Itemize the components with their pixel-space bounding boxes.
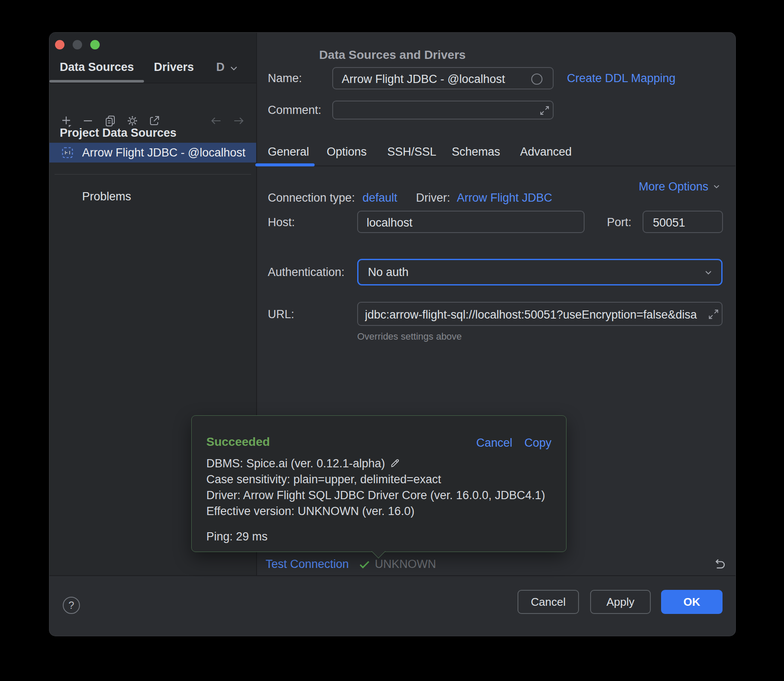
- tab-advanced[interactable]: Advanced: [520, 145, 572, 159]
- connection-type-label: Connection type:: [268, 191, 355, 204]
- popup-dbms-text: DBMS: Spice.ai (ver. 0.12.1-alpha): [206, 456, 385, 471]
- success-check-icon: [358, 558, 371, 571]
- more-options-label[interactable]: More Options: [639, 179, 708, 194]
- tabs-overflow-chevron-icon[interactable]: [228, 63, 239, 74]
- add-data-source-icon[interactable]: [60, 114, 73, 127]
- comment-label: Comment:: [268, 102, 322, 118]
- apply-button[interactable]: Apply: [590, 590, 651, 614]
- name-input-value[interactable]: Arrow Flight JDBC - @localhost: [342, 71, 527, 87]
- authentication-label: Authentication:: [268, 264, 345, 280]
- help-button[interactable]: ?: [63, 597, 80, 614]
- comment-expand-icon[interactable]: [539, 105, 550, 116]
- tab-options[interactable]: Options: [327, 145, 367, 159]
- popup-line-driver: Driver: Arrow Flight SQL JDBC Driver Cor…: [206, 488, 545, 503]
- remove-data-source-icon[interactable]: [82, 114, 95, 127]
- url-input-value[interactable]: jdbc:arrow-flight-sql://localhost:50051?…: [365, 307, 709, 322]
- connection-type-value-link[interactable]: default: [362, 191, 397, 204]
- ok-button[interactable]: OK: [661, 590, 723, 614]
- name-progress-circle-icon: [531, 73, 543, 85]
- url-expand-icon[interactable]: [707, 309, 719, 320]
- list-separator: [55, 174, 251, 175]
- screen: Data Sources Drivers D: [0, 0, 784, 681]
- tabs-divider: [256, 166, 735, 166]
- sidebar-item-problems[interactable]: Problems: [82, 189, 131, 204]
- more-options-button[interactable]: More Options: [639, 179, 721, 194]
- url-hint: Overrides settings above: [357, 331, 462, 342]
- general-tab-active-underline: [255, 163, 315, 166]
- popup-line-effective: Effective version: UNKNOWN (ver. 16.0): [206, 503, 414, 519]
- popup-cancel-link[interactable]: Cancel: [476, 435, 512, 451]
- window-title: Data Sources and Drivers: [49, 48, 735, 62]
- create-ddl-mapping-link[interactable]: Create DDL Mapping: [567, 71, 676, 86]
- port-input-value[interactable]: 50051: [653, 215, 713, 230]
- data-sources-dialog: Data Sources Drivers D: [49, 33, 735, 636]
- edit-pencil-icon[interactable]: [389, 458, 401, 469]
- revert-undo-icon[interactable]: [712, 558, 726, 571]
- port-label: Port:: [607, 215, 631, 230]
- authentication-chevron-icon[interactable]: [703, 267, 714, 278]
- active-tab-underline: [49, 80, 144, 83]
- data-source-item-label[interactable]: Arrow Flight JDBC - @localhost: [82, 143, 245, 163]
- name-label: Name:: [268, 71, 302, 86]
- url-input[interactable]: jdbc:arrow-flight-sql://localhost:50051?…: [357, 302, 723, 326]
- help-question-icon: ?: [68, 599, 74, 611]
- host-input-value[interactable]: localhost: [367, 215, 573, 230]
- tab-ssh-ssl[interactable]: SSH/SSL: [387, 145, 436, 159]
- forward-arrow-icon[interactable]: [232, 114, 245, 127]
- test-connection-link[interactable]: Test Connection: [266, 556, 349, 572]
- driver-value-link[interactable]: Arrow Flight JDBC: [457, 191, 552, 204]
- connection-type-row: Connection type: default Driver: Arrow F…: [268, 190, 552, 206]
- open-in-new-window-icon[interactable]: [148, 114, 161, 127]
- popup-status: Succeeded: [206, 434, 270, 450]
- database-driver-icon: [61, 147, 74, 159]
- authentication-selected-value[interactable]: No auth: [368, 264, 409, 280]
- popup-actions: Cancel Copy: [476, 435, 551, 451]
- name-input[interactable]: Arrow Flight JDBC - @localhost: [332, 67, 554, 89]
- authentication-select[interactable]: No auth: [357, 259, 723, 285]
- footer-divider: [49, 575, 735, 576]
- driver-label: Driver:: [416, 191, 450, 204]
- url-label: URL:: [268, 307, 294, 322]
- back-arrow-icon[interactable]: [210, 114, 223, 127]
- cancel-button[interactable]: Cancel: [518, 590, 579, 614]
- test-connection-status: UNKNOWN: [375, 556, 436, 572]
- host-input[interactable]: localhost: [357, 211, 585, 233]
- more-options-chevron-icon: [712, 182, 721, 191]
- duplicate-icon[interactable]: [104, 114, 117, 127]
- popup-copy-link[interactable]: Copy: [524, 435, 551, 451]
- tab-general[interactable]: General: [268, 145, 309, 159]
- port-input[interactable]: 50051: [643, 211, 723, 233]
- popup-line-dbms: DBMS: Spice.ai (ver. 0.12.1-alpha): [206, 456, 401, 471]
- settings-gear-icon[interactable]: [126, 114, 139, 127]
- host-label: Host:: [268, 215, 295, 230]
- comment-input[interactable]: [332, 101, 554, 120]
- popup-line-ping: Ping: 29 ms: [206, 529, 268, 544]
- project-data-sources-header: Project Data Sources: [60, 126, 177, 140]
- tab-schemas[interactable]: Schemas: [452, 145, 500, 159]
- popup-line-case: Case sensitivity: plain=upper, delimited…: [206, 472, 441, 487]
- comment-input-value[interactable]: [342, 103, 527, 119]
